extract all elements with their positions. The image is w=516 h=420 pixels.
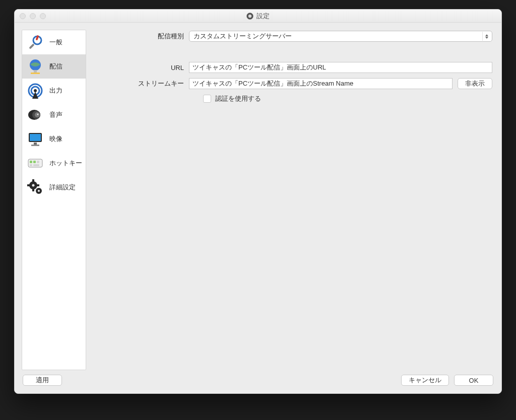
svg-point-25 — [32, 184, 35, 187]
svg-rect-15 — [34, 143, 37, 145]
gears-icon — [25, 177, 45, 197]
apply-button[interactable]: 適用 — [23, 375, 62, 386]
ok-button[interactable]: OK — [454, 375, 493, 386]
svg-rect-19 — [33, 161, 36, 163]
svg-rect-30 — [37, 184, 39, 186]
sidebar-item-general[interactable]: 一般 — [22, 30, 86, 54]
svg-rect-5 — [31, 73, 40, 74]
svg-rect-16 — [31, 145, 39, 146]
url-input-value: ツイキャスの「PCツール配信」画面上のURL — [192, 63, 326, 72]
sidebar-item-advanced[interactable]: 詳細設定 — [22, 175, 86, 199]
service-label: 配信種別 — [93, 32, 184, 41]
bottom-bar: 適用 キャンセル OK — [15, 370, 501, 393]
url-input[interactable]: ツイキャスの「PCツール配信」画面上のURL — [189, 62, 492, 73]
service-select[interactable]: カスタムストリーミングサーバー — [189, 31, 492, 42]
speaker-icon — [25, 105, 45, 125]
svg-rect-22 — [33, 164, 39, 166]
svg-rect-29 — [27, 184, 30, 186]
svg-rect-21 — [30, 164, 32, 166]
service-select-value: カスタムストリーミングサーバー — [194, 32, 292, 41]
sidebar-item-hotkeys[interactable]: ホットキー — [22, 151, 86, 175]
keyboard-icon — [25, 153, 45, 173]
use-auth-checkbox[interactable] — [203, 95, 211, 103]
wrench-search-icon — [25, 32, 45, 52]
sidebar-item-output[interactable]: 出力 — [22, 79, 86, 103]
svg-rect-18 — [30, 161, 32, 163]
dropdown-caret-icon — [482, 32, 490, 41]
cancel-button-label: キャンセル — [409, 376, 441, 385]
sidebar-item-video[interactable]: 映像 — [22, 127, 86, 151]
hide-show-button[interactable]: 非表示 — [458, 78, 492, 89]
sidebar-item-label: 出力 — [49, 86, 62, 95]
svg-rect-1 — [29, 43, 34, 49]
svg-point-12 — [37, 114, 39, 115]
titlebar: 設定 — [15, 10, 501, 23]
streamkey-input[interactable]: ツイキャスの「PCツール配信」画面上のStream Name — [189, 78, 453, 89]
svg-rect-28 — [32, 189, 34, 191]
window-title: 設定 — [256, 12, 270, 21]
use-auth-label: 認証を使用する — [215, 94, 261, 103]
sidebar-item-stream[interactable]: 配信 — [22, 54, 86, 79]
window-title-group: 設定 — [15, 12, 501, 21]
svg-point-26 — [38, 190, 40, 192]
sidebar-item-label: 配信 — [49, 62, 62, 71]
sidebar-item-label: 音声 — [49, 110, 62, 119]
globe-icon — [25, 56, 45, 77]
svg-rect-14 — [30, 134, 41, 141]
ok-button-label: OK — [469, 377, 479, 384]
settings-window: 設定 一般 — [14, 9, 502, 394]
obs-logo-icon — [246, 13, 253, 20]
hide-show-button-label: 非表示 — [465, 79, 485, 88]
streamkey-input-value: ツイキャスの「PCツール配信」画面上のStream Name — [192, 79, 353, 88]
url-label: URL — [93, 64, 184, 72]
sidebar-item-label: 詳細設定 — [49, 183, 76, 192]
broadcast-icon — [25, 81, 45, 101]
svg-rect-20 — [37, 161, 39, 163]
cancel-button[interactable]: キャンセル — [401, 375, 449, 386]
sidebar: 一般 配信 — [22, 30, 86, 370]
streamkey-label: ストリームキー — [93, 79, 184, 88]
sidebar-item-label: ホットキー — [49, 159, 82, 168]
svg-rect-27 — [32, 179, 34, 182]
settings-panel: 配信種別 カスタムストリーミングサーバー URL ツイキャスの「PCツール配信」… — [93, 30, 494, 370]
sidebar-item-audio[interactable]: 音声 — [22, 103, 86, 127]
monitor-icon — [25, 129, 45, 149]
apply-button-label: 適用 — [36, 376, 49, 385]
sidebar-item-label: 一般 — [49, 38, 62, 47]
sidebar-item-label: 映像 — [49, 134, 62, 144]
